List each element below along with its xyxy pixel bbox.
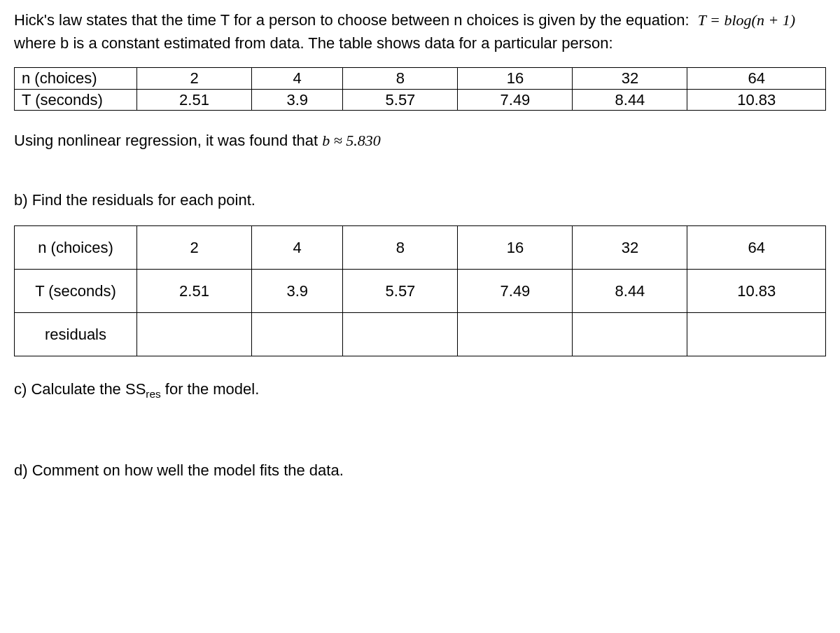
intro-paragraph: Hick's law states that the time T for a …	[14, 8, 826, 55]
ss-subscript: res	[146, 388, 160, 400]
cell: 2.51	[137, 270, 252, 313]
cell: 2	[137, 68, 252, 90]
hicks-equation: T = blog(n + 1)	[698, 11, 795, 29]
cell: 3.9	[252, 89, 343, 111]
intro-text-2: where b is a constant estimated from dat…	[14, 34, 613, 52]
part-c-prompt: c) Calculate the SSres for the model.	[14, 377, 826, 403]
cell: 5.57	[343, 270, 458, 313]
regression-text: Using nonlinear regression, it was found…	[14, 132, 322, 149]
cell: 8	[343, 226, 458, 270]
cell: 10.83	[687, 89, 826, 111]
row-label: residuals	[15, 313, 137, 356]
table-row: n (choices) 2 4 8 16 32 64	[15, 226, 826, 270]
cell: 8	[343, 68, 458, 90]
cell	[252, 313, 343, 356]
data-table-1: n (choices) 2 4 8 16 32 64 T (seconds) 2…	[14, 67, 826, 111]
cell: 2.51	[137, 89, 252, 111]
data-table-residuals: n (choices) 2 4 8 16 32 64 T (seconds) 2…	[14, 225, 826, 356]
cell: 8.44	[573, 89, 687, 111]
cell: 32	[573, 226, 687, 270]
cell: 4	[252, 226, 343, 270]
row-label: T (seconds)	[15, 270, 137, 313]
cell: 2	[137, 226, 252, 270]
row-label: n (choices)	[15, 68, 137, 90]
b-approx: b ≈ 5.830	[322, 132, 381, 149]
row-label: T (seconds)	[15, 89, 137, 111]
part-b-prompt: b) Find the residuals for each point.	[14, 188, 826, 211]
cell: 5.57	[343, 89, 458, 111]
cell: 16	[458, 68, 573, 90]
row-label: n (choices)	[15, 226, 137, 270]
cell: 8.44	[573, 270, 687, 313]
cell: 10.83	[687, 270, 826, 313]
cell: 7.49	[458, 89, 573, 111]
cell: 3.9	[252, 270, 343, 313]
table-row: T (seconds) 2.51 3.9 5.57 7.49 8.44 10.8…	[15, 270, 826, 313]
cell: 7.49	[458, 270, 573, 313]
cell	[137, 313, 252, 356]
part-d-prompt: d) Comment on how well the model fits th…	[14, 459, 826, 482]
cell	[573, 313, 687, 356]
cell: 4	[252, 68, 343, 90]
table-row: T (seconds) 2.51 3.9 5.57 7.49 8.44 10.8…	[15, 89, 826, 111]
cell	[687, 313, 826, 356]
part-c-suffix: for the model.	[161, 380, 260, 398]
cell: 64	[687, 226, 826, 270]
regression-statement: Using nonlinear regression, it was found…	[14, 129, 826, 152]
cell: 32	[573, 68, 687, 90]
table-row: residuals	[15, 313, 826, 356]
cell: 64	[687, 68, 826, 90]
part-c-prefix: c) Calculate the SS	[14, 380, 146, 398]
cell	[458, 313, 573, 356]
cell: 16	[458, 226, 573, 270]
intro-text-1: Hick's law states that the time T for a …	[14, 11, 690, 29]
cell	[343, 313, 458, 356]
table-row: n (choices) 2 4 8 16 32 64	[15, 68, 826, 90]
